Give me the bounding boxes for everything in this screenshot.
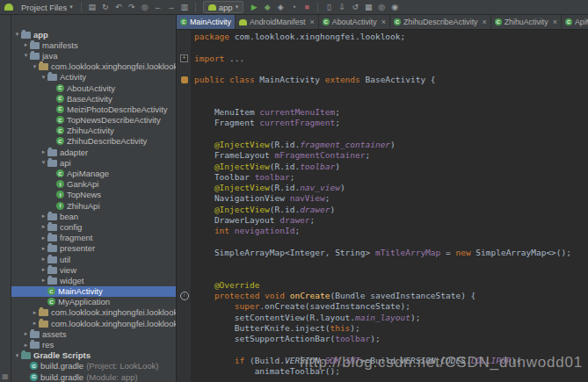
profile-button[interactable]: ◔: [287, 2, 300, 13]
project-view-selector-label: Project Files: [21, 3, 67, 12]
tree-item-zhihuapi[interactable]: IZhihuApi: [11, 200, 176, 211]
tree-item-apimanage[interactable]: CApiManage: [11, 168, 176, 178]
tree-item-gankapi[interactable]: IGankApi: [11, 179, 176, 190]
debug-button[interactable]: ◆: [261, 2, 273, 13]
tree-item-api[interactable]: ▾api: [11, 157, 176, 168]
expand-arrow-icon[interactable]: ▾: [31, 63, 39, 70]
tab-aboutactivity[interactable]: CAboutActivity×: [319, 15, 390, 29]
code-line: ↑ protected void onCreate(Bundle savedIn…: [177, 291, 588, 301]
tree-item-meiziphotodescribeactivity[interactable]: CMeiziPhotoDescribeActivity: [11, 104, 176, 114]
expand-arrow-icon[interactable]: ▾: [22, 52, 30, 59]
tree-item-java[interactable]: ▾java: [11, 50, 176, 61]
tree-item-gradle-scripts[interactable]: ▾Gradle Scripts: [11, 350, 176, 361]
expand-arrow-icon[interactable]: ▸: [40, 234, 47, 241]
save-all-icon[interactable]: ▤: [86, 2, 98, 13]
expand-arrow-icon[interactable]: ▸: [40, 223, 47, 230]
project-structure-icon[interactable]: ▦: [362, 2, 374, 13]
redo-icon[interactable]: ↷: [126, 2, 138, 13]
expand-arrow-icon[interactable]: ▸: [40, 266, 47, 273]
tree-item-fragment[interactable]: ▸fragment: [11, 233, 176, 243]
tree-item-label: bean: [60, 212, 78, 221]
code-line: animateToolbar();: [177, 366, 588, 377]
tree-item-util[interactable]: ▸util: [11, 254, 176, 264]
tree-item-baseactivity[interactable]: CBaseActivity: [11, 93, 176, 104]
help-icon[interactable]: ◉: [388, 2, 401, 13]
tab-mainactivity[interactable]: CMainActivity: [177, 15, 236, 29]
tab-zhihuactivity[interactable]: CZhihuActivity×: [491, 15, 562, 29]
tree-item-zhihudescribeactivity[interactable]: CZhihuDescribeActivity: [11, 136, 176, 147]
run-config-selector[interactable]: app ▾: [203, 1, 243, 13]
tab-apima[interactable]: CApiMa: [562, 15, 588, 29]
forward-icon[interactable]: →: [165, 2, 178, 13]
coverage-button[interactable]: ◈: [274, 2, 287, 13]
sdk-manager-icon[interactable]: ⇩: [336, 2, 348, 13]
tree-item-com-looklook-xinghongfei-looklook[interactable]: ▾com.looklook.xinghongfei.looklook: [11, 61, 176, 72]
expand-arrow-icon[interactable]: ▾: [40, 159, 47, 166]
expand-arrow-icon[interactable]: ▸: [40, 245, 47, 252]
fold-expand-icon[interactable]: +: [180, 54, 188, 62]
expand-arrow-icon[interactable]: ▾: [40, 74, 47, 81]
tree-item-presenter[interactable]: ▸presenter: [11, 243, 176, 254]
tree-item-res[interactable]: ▸res: [11, 339, 176, 350]
tree-item-app[interactable]: ▾app: [11, 29, 176, 40]
tree-item-build-gradle-project-looklook[interactable]: Gbuild.gradle(Project: LookLook): [11, 361, 176, 371]
expand-arrow-icon[interactable]: ▸: [40, 148, 47, 155]
stop-button[interactable]: ■: [301, 2, 313, 13]
tool-window-toggle-icon[interactable]: ▦: [2, 373, 9, 380]
tree-item-activity[interactable]: ▾Activity: [11, 72, 176, 83]
expand-arrow-icon[interactable]: ▸: [22, 41, 30, 48]
code-text: @InjectView(R.id.toolbar): [192, 162, 340, 172]
avd-manager-icon[interactable]: ▯: [323, 2, 335, 13]
expand-arrow-icon[interactable]: ▸: [31, 309, 39, 316]
close-icon[interactable]: ×: [310, 18, 315, 26]
tree-item-assets[interactable]: ▸assets: [11, 328, 176, 339]
code-text: [192, 85, 194, 96]
tree-item-myapplication[interactable]: CMyApplication: [11, 297, 176, 307]
expand-arrow-icon[interactable]: ▸: [31, 320, 39, 327]
expand-arrow-icon[interactable]: ▸: [40, 213, 47, 220]
tree-item-com-looklook-xinghongfei-looklook-test[interactable]: ▸com.looklook.xinghongfei.looklook(test): [11, 318, 176, 328]
code-line: ButterKnife.inject(this);: [177, 323, 588, 334]
tree-item-mainactivity[interactable]: CMainActivity: [11, 286, 176, 297]
tree-item-build-gradle-module-app[interactable]: Gbuild.gradle(Module: app): [11, 371, 176, 382]
class-gutter-icon[interactable]: [181, 76, 188, 83]
expand-arrow-icon[interactable]: ▸: [22, 330, 30, 337]
project-view-selector[interactable]: Project Files ▾: [18, 3, 76, 12]
find-icon[interactable]: ◎: [139, 2, 151, 13]
gutter-cell: [177, 162, 192, 172]
tab-androidmanifest[interactable]: AndroidManifest×: [236, 15, 319, 29]
class-icon: C: [323, 18, 330, 25]
close-icon[interactable]: ×: [553, 18, 557, 26]
run-button[interactable]: ▶: [248, 2, 260, 13]
code-editor[interactable]: package com.looklook.xinghongfei.lookloo…: [177, 30, 588, 382]
expand-arrow-icon[interactable]: ▾: [13, 352, 21, 359]
folder-icon: [47, 74, 57, 81]
tree-item-label: com.looklook.xinghongfei.looklook: [51, 307, 176, 317]
expand-arrow-icon[interactable]: ▸: [40, 256, 47, 263]
tree-item-bean[interactable]: ▸bean: [11, 211, 176, 221]
override-gutter-icon[interactable]: ↑: [180, 292, 189, 300]
sync-icon[interactable]: ↻: [99, 2, 112, 13]
tree-item-adapter[interactable]: ▸adapter: [11, 147, 176, 157]
tree-item-config[interactable]: ▸config: [11, 221, 176, 232]
tab-zhihudescribeactivity[interactable]: CZhihuDescribeActivity×: [390, 15, 491, 29]
undo-icon[interactable]: ↶: [113, 2, 125, 13]
tree-item-zhihuactivity[interactable]: CZhihuActivity: [11, 126, 176, 136]
tree-item-topnewsdescribeactivity[interactable]: CTopNewsDescribeActivity: [11, 115, 176, 126]
expand-arrow-icon[interactable]: ▸: [22, 342, 30, 349]
tree-item-widget[interactable]: ▸widget: [11, 275, 176, 285]
tree-item-view[interactable]: ▸view: [11, 264, 176, 275]
expand-arrow-icon[interactable]: ▸: [40, 277, 47, 284]
recent-files-icon[interactable]: ▥: [178, 2, 191, 13]
gradle-sync-icon[interactable]: ↺: [349, 2, 361, 13]
class-icon: C: [56, 84, 64, 92]
close-icon[interactable]: ×: [482, 18, 486, 26]
tree-item-com-looklook-xinghongfei-looklook-androidtest[interactable]: ▸com.looklook.xinghongfei.looklook(andro…: [11, 307, 176, 318]
expand-arrow-icon[interactable]: ▾: [13, 31, 21, 38]
search-everywhere-icon[interactable]: ◎: [375, 2, 388, 13]
tree-item-manifests[interactable]: ▸manifests: [11, 40, 176, 50]
tree-item-topnews[interactable]: ITopNews: [11, 190, 176, 200]
back-icon[interactable]: ←: [152, 2, 164, 13]
close-icon[interactable]: ×: [381, 18, 386, 26]
tree-item-aboutactivity[interactable]: CAboutActivity: [11, 83, 176, 93]
